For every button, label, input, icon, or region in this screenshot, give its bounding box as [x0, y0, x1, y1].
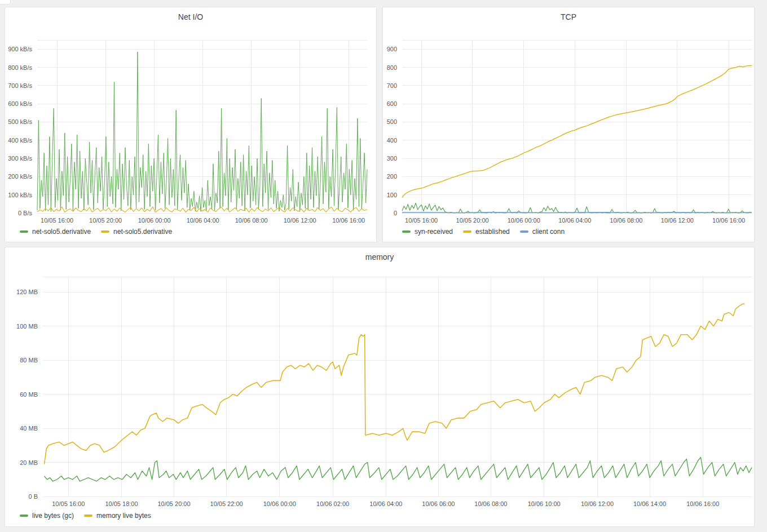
- x-tick-label: 10/06 08:00: [235, 217, 268, 224]
- series-live-bytes-gc-: [45, 458, 752, 481]
- tcp-plot[interactable]: 10/05 16:0010/05 20:0010/06 00:0010/06 0…: [383, 7, 755, 243]
- x-tick-label: 10/06 16:00: [332, 217, 365, 224]
- legend-swatch-icon: [101, 230, 109, 233]
- x-tick-label: 10/06 08:00: [610, 217, 642, 224]
- series-net-solo5-derivative-rx-: [37, 52, 367, 211]
- legend-item[interactable]: established: [463, 228, 510, 236]
- y-tick-label: 0 B/s: [18, 210, 33, 216]
- legend-swatch-icon: [402, 230, 411, 233]
- y-tick-label: 500: [387, 118, 397, 125]
- y-tick-label: 900 kB/s: [8, 46, 32, 52]
- tcp-legend: syn-receivedestablishedclient conn: [402, 228, 565, 236]
- legend-item[interactable]: client conn: [520, 228, 565, 236]
- x-tick-label: 10/06 16:00: [686, 500, 719, 507]
- top-left-notch: [0, 0, 11, 5]
- legend-swatch-icon: [20, 515, 28, 517]
- y-tick-label: 60 MB: [20, 391, 38, 398]
- legend-item[interactable]: memory live bytes: [84, 512, 151, 520]
- y-tick-label: 800: [387, 64, 397, 71]
- x-tick-label: 10/06 06:00: [422, 500, 455, 507]
- x-tick-label: 10/06 12:00: [661, 217, 694, 224]
- y-tick-label: 400: [387, 137, 397, 144]
- tcp-chart-area[interactable]: 10/05 16:0010/05 20:0010/06 00:0010/06 0…: [383, 7, 754, 242]
- y-tick-label: 200 kB/s: [8, 173, 32, 180]
- series-net-solo5-derivative-tx-: [37, 207, 367, 212]
- legend-swatch-icon: [84, 515, 92, 517]
- x-tick-label: 10/06 04:00: [187, 217, 219, 224]
- y-tick-label: 20 MB: [20, 459, 38, 466]
- memory-plot[interactable]: 10/05 16:0010/05 18:0010/05 20:0010/05 2…: [5, 247, 755, 527]
- x-tick-label: 10/05 20:00: [157, 500, 190, 507]
- y-tick-label: 120 MB: [16, 289, 38, 295]
- x-tick-label: 10/06 00:00: [508, 217, 540, 224]
- y-tick-label: 700: [387, 82, 397, 89]
- legend-item[interactable]: live bytes (gc): [20, 512, 74, 520]
- x-tick-label: 10/05 22:00: [210, 500, 243, 507]
- panel-title-tcp[interactable]: TCP: [383, 7, 754, 21]
- x-tick-label: 10/06 08:00: [474, 500, 507, 507]
- legend-label: net-solo5.derivative: [32, 228, 91, 236]
- x-tick-label: 10/06 12:00: [581, 500, 614, 507]
- memory-legend: live bytes (gc)memory live bytes: [20, 512, 151, 520]
- net-io-chart-area[interactable]: 10/05 16:0010/05 20:0010/06 00:0010/06 0…: [5, 7, 376, 242]
- legend-swatch-icon: [520, 230, 528, 233]
- y-tick-label: 900: [387, 46, 397, 52]
- y-tick-label: 500 kB/s: [8, 118, 32, 125]
- y-tick-label: 600 kB/s: [8, 100, 32, 107]
- y-tick-label: 300: [387, 155, 397, 162]
- legend-item[interactable]: syn-received: [402, 228, 453, 236]
- panel-title-memory[interactable]: memory: [5, 247, 754, 261]
- x-tick-label: 10/05 20:00: [89, 217, 122, 224]
- y-tick-label: 100 MB: [16, 323, 38, 330]
- legend-label: established: [475, 228, 510, 236]
- x-tick-label: 10/05 16:00: [52, 500, 85, 507]
- x-tick-label: 10/05 16:00: [405, 217, 438, 224]
- y-tick-label: 700 kB/s: [8, 82, 32, 89]
- y-tick-label: 0 B: [28, 493, 38, 500]
- x-tick-label: 10/06 00:00: [263, 500, 296, 507]
- series-memory-live-bytes: [45, 304, 745, 464]
- y-tick-label: 300 kB/s: [8, 155, 32, 162]
- x-tick-label: 10/06 14:00: [633, 500, 666, 507]
- panel-net-io: Net I/O 10/05 16:0010/05 20:0010/06 00:0…: [5, 7, 377, 242]
- y-tick-label: 80 MB: [20, 357, 38, 363]
- y-tick-label: 800 kB/s: [8, 64, 32, 71]
- y-tick-label: 100 kB/s: [8, 192, 32, 198]
- legend-item[interactable]: net-solo5.derivative: [20, 228, 91, 236]
- x-tick-label: 10/05 20:00: [456, 217, 489, 224]
- legend-label: net-solo5.derivative: [113, 228, 172, 236]
- memory-chart-area[interactable]: 10/05 16:0010/05 18:0010/05 20:0010/05 2…: [5, 247, 754, 526]
- legend-item[interactable]: net-solo5.derivative: [101, 228, 172, 236]
- y-tick-label: 600: [387, 100, 397, 107]
- legend-swatch-icon: [20, 230, 28, 233]
- legend-label: live bytes (gc): [32, 512, 74, 520]
- y-tick-label: 400 kB/s: [8, 137, 32, 144]
- panel-memory: memory 10/05 16:0010/05 18:0010/05 20:00…: [5, 247, 755, 527]
- legend-label: memory live bytes: [96, 512, 151, 520]
- legend-label: syn-received: [415, 228, 453, 236]
- y-tick-label: 100: [387, 192, 397, 198]
- x-tick-label: 10/05 18:00: [105, 500, 138, 507]
- legend-swatch-icon: [463, 230, 471, 233]
- x-tick-label: 10/06 10:00: [528, 500, 561, 507]
- series-client-conn: [402, 212, 752, 213]
- y-tick-label: 0: [394, 210, 397, 216]
- y-tick-label: 200: [387, 173, 397, 180]
- x-tick-label: 10/06 12:00: [284, 217, 316, 224]
- legend-label: client conn: [532, 228, 565, 236]
- series-syn-received: [402, 203, 752, 213]
- y-tick-label: 40 MB: [20, 425, 38, 432]
- panel-tcp: TCP 10/05 16:0010/05 20:0010/06 00:0010/…: [382, 7, 755, 242]
- x-tick-label: 10/06 16:00: [712, 217, 745, 224]
- net-io-plot[interactable]: 10/05 16:0010/05 20:0010/06 00:0010/06 0…: [5, 7, 377, 243]
- panel-title-net-io[interactable]: Net I/O: [5, 7, 376, 21]
- x-tick-label: 10/06 02:00: [316, 500, 349, 507]
- x-tick-label: 10/06 04:00: [369, 500, 402, 507]
- x-tick-label: 10/06 00:00: [138, 217, 171, 224]
- x-tick-label: 10/05 16:00: [41, 217, 73, 224]
- x-tick-label: 10/06 04:00: [558, 217, 591, 224]
- net-io-legend: net-solo5.derivativenet-solo5.derivative: [20, 228, 172, 236]
